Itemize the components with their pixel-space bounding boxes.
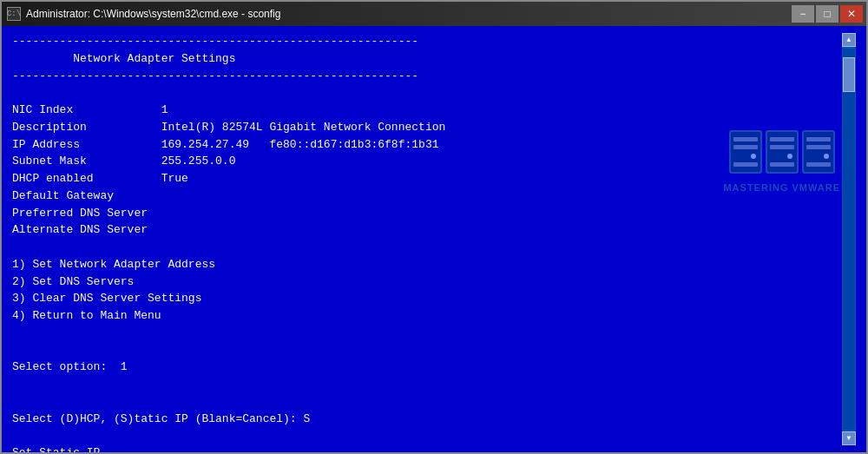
console-output: ----------------------------------------… — [12, 33, 842, 445]
scroll-up-arrow[interactable]: ▲ — [842, 33, 856, 47]
server-line — [770, 145, 794, 149]
server-line — [806, 137, 831, 141]
scroll-down-arrow[interactable]: ▼ — [842, 431, 856, 445]
watermark-servers-graphic — [729, 130, 835, 174]
server-line — [733, 162, 758, 167]
server-icon-1 — [729, 130, 762, 174]
server-icon-3 — [802, 130, 835, 174]
server-line — [733, 137, 758, 141]
cmd-window: C:\ Administrator: C:\Windows\system32\c… — [0, 0, 868, 454]
server-line — [770, 162, 794, 167]
title-bar-left: C:\ Administrator: C:\Windows\system32\c… — [7, 7, 280, 21]
window-controls: − □ ✕ — [792, 5, 863, 23]
server-icon-2 — [766, 130, 799, 174]
scrollbar-track[interactable] — [843, 49, 855, 430]
watermark: MASTERING VMWARE — [723, 130, 840, 195]
server-line — [806, 145, 831, 149]
cmd-icon: C:\ — [7, 7, 21, 21]
server-line — [770, 137, 794, 141]
server-line — [806, 162, 831, 167]
server-light — [787, 154, 792, 159]
server-light — [824, 154, 829, 159]
console-area: ----------------------------------------… — [2, 26, 866, 452]
watermark-label: MASTERING VMWARE — [723, 181, 840, 195]
title-bar: C:\ Administrator: C:\Windows\system32\c… — [2, 2, 866, 26]
scrollbar[interactable]: ▲ ▼ — [842, 33, 856, 445]
minimize-button[interactable]: − — [792, 5, 814, 23]
maximize-button[interactable]: □ — [816, 5, 838, 23]
window-title: Administrator: C:\Windows\system32\cmd.e… — [26, 8, 280, 20]
server-line — [733, 145, 758, 149]
server-light — [751, 154, 756, 159]
close-button[interactable]: ✕ — [840, 5, 863, 23]
scrollbar-thumb[interactable] — [843, 57, 855, 92]
